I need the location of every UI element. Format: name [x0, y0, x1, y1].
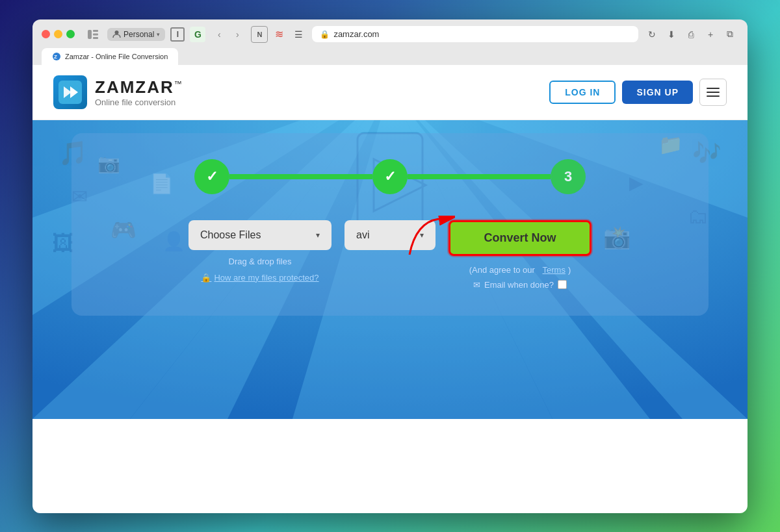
grammarly-icon[interactable]: G	[190, 27, 205, 42]
reader-icon[interactable]: ☰	[290, 26, 307, 43]
step-3-group: Convert Now (And agree to our Terms) ✉ E…	[448, 220, 592, 290]
profile-button[interactable]: Personal ▾	[107, 28, 165, 41]
profile-chevron-icon: ▾	[157, 31, 160, 38]
share-button[interactable]: ⎙	[682, 26, 699, 43]
step-3-circle: 3	[551, 159, 586, 194]
steps-controls: Choose Files ▾ Drag & drop files 🔒 How a…	[110, 220, 670, 290]
step-1-circle: ✓	[194, 159, 229, 194]
convert-now-button[interactable]: Convert Now	[448, 220, 592, 256]
reload-button[interactable]: ↻	[644, 26, 660, 43]
maximize-button[interactable]	[66, 30, 75, 38]
logo-icon	[53, 75, 87, 109]
url-text: zamzar.com	[333, 29, 379, 39]
terms-link[interactable]: Terms	[543, 265, 566, 275]
browser-window: Personal ▾ I G ‹ › N ≋ ☰ 🔒 zamzar.com ↻ …	[32, 19, 748, 513]
back-button[interactable]: ‹	[211, 26, 228, 43]
notion-icon[interactable]: N	[251, 26, 268, 43]
step-2-circle: ✓	[372, 159, 408, 194]
minimize-button[interactable]	[54, 30, 62, 38]
svg-point-4	[115, 31, 119, 34]
download-button[interactable]: ⬇	[663, 26, 680, 43]
email-checkbox[interactable]	[558, 280, 567, 289]
steps-progress: ✓ ✓ 3	[110, 159, 670, 194]
active-tab[interactable]: Z Zamzar - Online File Conversion	[42, 48, 178, 65]
drag-drop-hint: Drag & drop files	[229, 257, 292, 266]
close-button[interactable]	[42, 30, 50, 38]
step-line-2-3	[408, 174, 551, 179]
hamburger-line-3	[707, 95, 720, 97]
step-2-group: avi ▾	[344, 220, 436, 250]
hamburger-line-1	[707, 88, 720, 89]
forward-button[interactable]: ›	[229, 26, 246, 43]
convert-notes: (And agree to our Terms) ✉ Email when do…	[469, 265, 571, 290]
address-bar[interactable]: 🔒 zamzar.com	[312, 26, 638, 42]
logo-tagline: Online file conversion	[95, 97, 183, 107]
svg-rect-3	[93, 37, 98, 39]
lock-small-icon: 🔒	[201, 273, 211, 283]
format-dropdown[interactable]: avi ▾	[344, 220, 436, 250]
traffic-lights	[42, 30, 75, 38]
tab-title: Zamzar - Online File Conversion	[65, 53, 168, 60]
step-line-1-2	[229, 174, 372, 179]
steps-panel: ✓ ✓ 3 Choose Files ▾ Drag & drop files	[72, 133, 708, 316]
logo-text: ZAMZAR™ Online file conversion	[95, 77, 183, 107]
site-header: ZAMZAR™ Online file conversion LOG IN SI…	[32, 65, 748, 120]
page-content: ZAMZAR™ Online file conversion LOG IN SI…	[32, 65, 748, 513]
terms-note: (And agree to our Terms)	[469, 265, 571, 275]
choose-files-arrow-icon: ▾	[316, 231, 320, 240]
format-arrow-icon: ▾	[420, 231, 424, 240]
step-1-group: Choose Files ▾ Drag & drop files 🔒 How a…	[188, 220, 332, 283]
envelope-icon: ✉	[473, 280, 480, 290]
text-format-icon[interactable]: I	[170, 27, 185, 42]
email-when-done: ✉ Email when done?	[473, 280, 567, 290]
lock-icon: 🔒	[320, 30, 330, 39]
header-actions: LOG IN SIGN UP	[549, 79, 727, 106]
browser-chrome: Personal ▾ I G ‹ › N ≋ ☰ 🔒 zamzar.com ↻ …	[32, 19, 748, 65]
choose-files-dropdown[interactable]: Choose Files ▾	[188, 220, 332, 250]
logo-name: ZAMZAR™	[95, 77, 183, 97]
new-tab-button[interactable]: +	[702, 26, 719, 43]
svg-text:Z: Z	[54, 54, 57, 60]
svg-rect-2	[93, 33, 98, 35]
todoist-icon[interactable]: ≋	[270, 26, 287, 43]
svg-rect-0	[88, 30, 92, 39]
profile-label: Personal	[124, 30, 154, 39]
sidebar-toggle-button[interactable]	[84, 26, 102, 43]
logo-area: ZAMZAR™ Online file conversion	[53, 75, 183, 109]
svg-rect-1	[93, 30, 98, 32]
login-button[interactable]: LOG IN	[549, 81, 616, 104]
doodle-image: 🖼	[52, 231, 74, 256]
file-protection-link[interactable]: 🔒 How are my files protected?	[201, 273, 318, 283]
menu-button[interactable]	[699, 79, 727, 106]
tabs-button[interactable]: ⧉	[722, 26, 738, 43]
hamburger-line-2	[707, 92, 720, 93]
hero-section: 🎵 ✉ 🖼 📷 🎮 📄 👤 🎶 📁 ▶ 🗂 📸	[32, 120, 748, 419]
signup-button[interactable]: SIGN UP	[622, 81, 693, 104]
